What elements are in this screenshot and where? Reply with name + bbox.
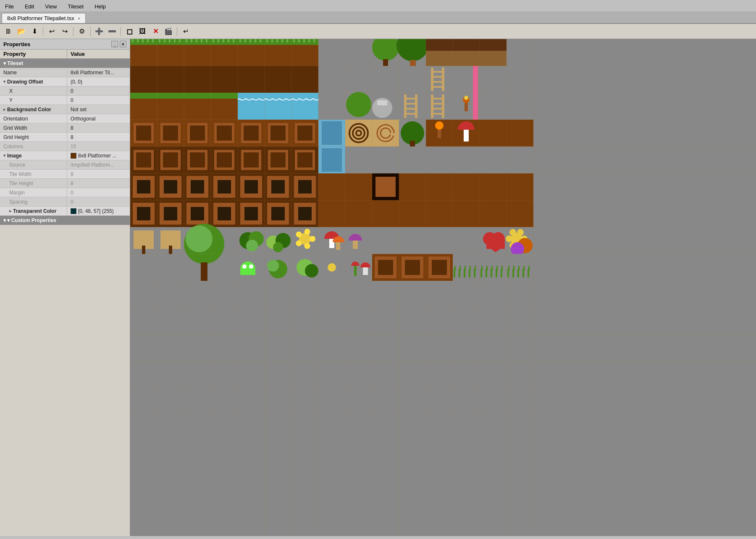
prop-tile-height-label: Tile Height [0, 179, 67, 188]
prop-source-row: Source /tmp/8x8 Platform... [0, 160, 130, 170]
prop-image-row: ▾Image 8x8 Platformer ... [0, 151, 130, 160]
prop-grid-width-label: Grid Width [0, 123, 67, 132]
custom-properties-section: ▾ ▾ Custom Properties [0, 216, 130, 225]
return-button[interactable]: ↵ [180, 26, 192, 37]
toolbar-sep-4 [121, 27, 121, 36]
prop-margin-row: Margin 0 [0, 188, 130, 197]
prop-table: ▾ Tileset Name 8x8 Platformer Til... ▾Dr… [0, 59, 130, 536]
prop-name-row: Name 8x8 Platformer Til... [0, 68, 130, 77]
prop-grid-width-value[interactable]: 8 [67, 123, 130, 132]
toolbar: 🗎 📂 ⬇ ↩ ↪ ⚙ ➕ ➖ ◻ 🖼 ✕ 🎬 ↵ [0, 24, 756, 39]
prop-drawing-offset-row: ▾Drawing Offset (0, 0) [0, 77, 130, 86]
main-layout: Properties _ × Property Value ▾ Tileset … [0, 39, 756, 536]
prop-orientation-value[interactable]: Orthogonal [67, 114, 130, 123]
close-panel-button[interactable]: × [120, 41, 126, 47]
prop-tile-height-row: Tile Height 8 [0, 179, 130, 188]
prop-y-row: Y 0 [0, 96, 130, 105]
prop-margin-value: 0 [67, 188, 130, 197]
image-arrow[interactable]: ▾ [3, 153, 5, 158]
prop-drawing-offset-label[interactable]: ▾Drawing Offset [0, 77, 67, 86]
prop-x-value[interactable]: 0 [67, 86, 130, 95]
prop-x-label: X [0, 86, 67, 95]
prop-spacing-row: Spacing 0 [0, 197, 130, 207]
prop-image-value: 8x8 Platformer ... [67, 151, 130, 160]
save-button[interactable]: ⬇ [29, 26, 40, 37]
minimize-button[interactable]: _ [111, 41, 118, 47]
toolbar-sep-3 [90, 27, 91, 36]
redo-button[interactable]: ↪ [59, 26, 71, 37]
prop-orientation-row: Orientation Orthogonal [0, 114, 130, 123]
menu-file[interactable]: File [3, 3, 16, 10]
prop-grid-width-row: Grid Width 8 [0, 123, 130, 133]
col-property-header: Property [0, 50, 67, 58]
prop-margin-label: Margin [0, 188, 67, 197]
prop-grid-height-value[interactable]: 8 [67, 133, 130, 141]
prop-y-value[interactable]: 0 [67, 96, 130, 105]
prop-x-row: X 0 [0, 86, 130, 96]
custom-properties-label: ▾ Custom Properties [7, 217, 56, 223]
undo-button[interactable]: ↩ [46, 26, 58, 37]
prop-y-label: Y [0, 96, 67, 105]
panel-title: Properties [3, 41, 30, 47]
remove-button[interactable]: ➖ [106, 26, 118, 37]
menu-bar: File Edit View Tileset Help [0, 2, 756, 11]
menu-view[interactable]: View [42, 3, 59, 10]
drawing-offset-arrow[interactable]: ▾ [3, 79, 5, 84]
tileset-canvas [130, 39, 756, 536]
tileset-expand-arrow[interactable]: ▾ [3, 60, 6, 66]
prop-bg-color-row: ▸Background Color Not set [0, 105, 130, 114]
col-value-header: Value [67, 50, 130, 58]
tab-label: 8x8 Platformer Tilepallet.tsx [7, 15, 74, 21]
bg-color-arrow[interactable]: ▸ [3, 107, 5, 112]
prop-source-value: /tmp/8x8 Platform... [67, 160, 130, 169]
menu-tileset[interactable]: Tileset [65, 3, 86, 10]
stamp-button[interactable]: 🖼 [136, 26, 148, 37]
properties-panel: Properties _ × Property Value ▾ Tileset … [0, 39, 130, 536]
section-tileset: ▾ Tileset [0, 59, 130, 68]
tab-close-icon[interactable]: × [78, 16, 80, 21]
prop-bg-color-label[interactable]: ▸Background Color [0, 105, 67, 114]
transparent-color-arrow[interactable]: ▸ [9, 209, 11, 213]
prop-name-value[interactable]: 8x8 Platformer Til... [67, 68, 130, 77]
prop-columns-label: Columns [0, 142, 67, 151]
panel-header-controls: _ × [111, 41, 126, 47]
open-button[interactable]: 📂 [16, 26, 27, 37]
settings-button[interactable]: ⚙ [76, 26, 88, 37]
prop-col-header: Property Value [0, 50, 130, 59]
menu-help[interactable]: Help [92, 3, 108, 10]
tileset-canvas-area[interactable] [130, 39, 756, 536]
toolbar-sep-1 [43, 27, 43, 36]
prop-grid-height-row: Grid Height 8 [0, 133, 130, 142]
menu-edit[interactable]: Edit [22, 3, 37, 10]
select-button[interactable]: ◻ [123, 26, 135, 37]
toolbar-sep-2 [73, 27, 74, 36]
x-cross-button[interactable]: ✕ [150, 26, 161, 37]
prop-orientation-label: Orientation [0, 114, 67, 123]
transparent-color-swatch [71, 208, 76, 214]
prop-columns-value: 15 [67, 142, 130, 151]
section-tileset-label: ▾ Tileset [0, 59, 26, 68]
camera-button[interactable]: 🎬 [163, 26, 174, 37]
prop-columns-row: Columns 15 [0, 142, 130, 151]
prop-image-label[interactable]: ▾Image [0, 151, 67, 160]
new-tileset-button[interactable]: 🗎 [3, 26, 14, 37]
prop-bg-color-value: Not set [67, 105, 130, 114]
toolbar-sep-5 [177, 27, 177, 36]
add-button[interactable]: ➕ [93, 26, 105, 37]
prop-spacing-label: Spacing [0, 197, 67, 206]
title-bar: File Edit View Tileset Help 8x8 Platform… [0, 0, 756, 24]
prop-spacing-value: 0 [67, 197, 130, 206]
tab-bar: 8x8 Platformer Tilepallet.tsx × [0, 11, 756, 24]
prop-tile-height-value: 8 [67, 179, 130, 188]
prop-transparent-color-label[interactable]: ▸Transparent Color [0, 207, 67, 215]
prop-transparent-color-row: ▸Transparent Color [0, 48, 57] (255) [0, 207, 130, 216]
prop-grid-height-label: Grid Height [0, 133, 67, 141]
image-color-swatch [71, 153, 76, 159]
custom-properties-arrow[interactable]: ▾ [3, 217, 6, 223]
prop-transparent-color-value: [0, 48, 57] (255) [67, 207, 130, 215]
prop-tile-width-value: 8 [67, 170, 130, 178]
prop-drawing-offset-value: (0, 0) [67, 77, 130, 86]
prop-tile-width-label: Tile Width [0, 170, 67, 178]
tab-tileset[interactable]: 8x8 Platformer Tilepallet.tsx × [2, 13, 86, 23]
panel-header: Properties _ × [0, 39, 130, 50]
